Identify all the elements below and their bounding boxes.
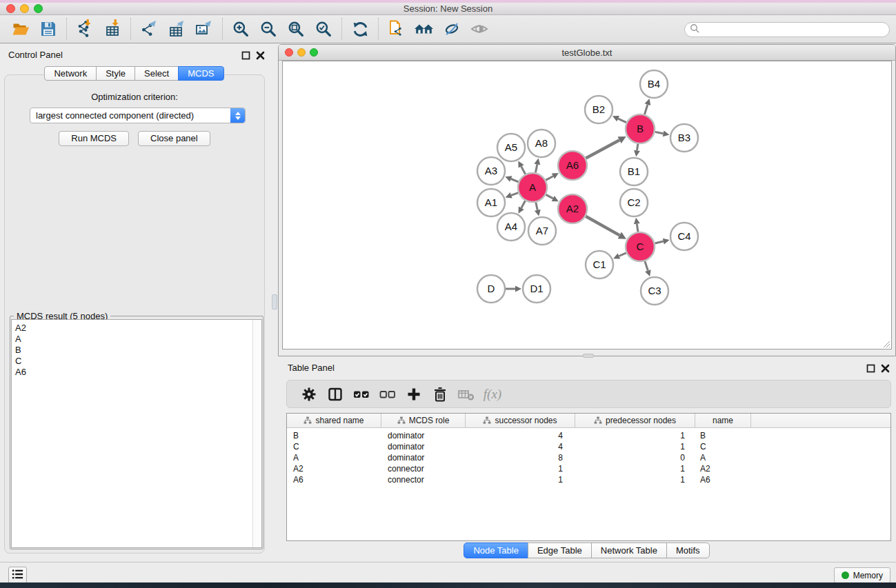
deselect-all-icon[interactable]: [375, 384, 401, 405]
select-all-icon[interactable]: [348, 384, 375, 405]
memory-button[interactable]: Memory: [834, 567, 890, 583]
task-history-button[interactable]: [8, 567, 27, 584]
criterion-select[interactable]: largest connected component (directed): [30, 108, 246, 123]
graph-node-A2[interactable]: A2: [558, 194, 587, 223]
tab-edge-table[interactable]: Edge Table: [528, 543, 592, 558]
graph-edge-A-A7[interactable]: [535, 202, 541, 216]
table-cell-name[interactable]: B: [695, 431, 751, 440]
tab-motifs[interactable]: Motifs: [666, 543, 710, 558]
graph-node-C2[interactable]: C2: [620, 189, 648, 216]
delete-row-icon[interactable]: [427, 384, 453, 405]
graph-node-C3[interactable]: C3: [641, 277, 668, 305]
tab-mcds[interactable]: MCDS: [178, 66, 223, 81]
delete-table-icon[interactable]: [453, 384, 479, 405]
graph-edge-B-B3[interactable]: [655, 130, 670, 136]
vertical-splitter-handle[interactable]: [272, 294, 277, 310]
table-cell-shared_name[interactable]: A6: [287, 475, 381, 485]
close-panel-button[interactable]: Close panel: [138, 131, 210, 146]
show-columns-icon[interactable]: [322, 384, 348, 405]
zoom-fit-icon[interactable]: [284, 18, 308, 40]
tab-style[interactable]: Style: [96, 66, 135, 81]
table-cell-predecessor_nodes[interactable]: 1: [575, 442, 695, 452]
horizontal-splitter-handle[interactable]: [583, 354, 594, 358]
network-graph[interactable]: B4B2BB3A8A5A6A3B1AA1C2A2A4A7C4CC1C3DD1: [283, 61, 891, 349]
graph-node-A8[interactable]: A8: [528, 130, 555, 157]
result-list-item[interactable]: A2: [12, 323, 261, 334]
table-cell-successor_nodes[interactable]: 8: [466, 453, 575, 463]
table-cell-shared_name[interactable]: A: [287, 453, 381, 463]
graph-node-A[interactable]: A: [518, 173, 547, 202]
graph-edge-A-A5[interactable]: [518, 161, 525, 174]
result-scrollbar[interactable]: [252, 320, 261, 547]
column-header-successor-nodes[interactable]: successor nodes: [466, 414, 575, 427]
column-header-predecessor-nodes[interactable]: predecessor nodes: [575, 414, 695, 427]
table-row[interactable]: A2connector11A2: [287, 463, 890, 474]
table-cell-mcds_role[interactable]: dominator: [381, 431, 466, 440]
select-stepper-icon[interactable]: [230, 108, 245, 123]
graph-node-A3[interactable]: A3: [477, 157, 505, 185]
result-list-item[interactable]: A6: [12, 367, 261, 378]
graph-edge-B-B1[interactable]: [634, 144, 640, 156]
tab-node-table[interactable]: Node Table: [464, 543, 528, 558]
table-cell-shared_name[interactable]: B: [287, 431, 381, 440]
table-row[interactable]: Cdominator41C: [287, 441, 890, 452]
result-list-item[interactable]: A: [12, 334, 261, 345]
show-hide-details-icon[interactable]: [440, 18, 464, 40]
table-cell-mcds_role[interactable]: dominator: [381, 442, 466, 452]
table-cell-name[interactable]: A: [695, 453, 751, 463]
close-table-panel-icon[interactable]: [881, 363, 890, 376]
table-cell-shared_name[interactable]: C: [287, 442, 381, 452]
table-cell-shared_name[interactable]: A2: [287, 464, 381, 474]
open-session-icon[interactable]: [9, 18, 32, 40]
close-panel-icon[interactable]: [256, 50, 265, 63]
graph-edge-A2-C[interactable]: [586, 216, 626, 239]
graph-node-A6[interactable]: A6: [558, 151, 587, 180]
graph-node-B4[interactable]: B4: [640, 70, 668, 98]
search-input[interactable]: [684, 22, 890, 37]
home-icon[interactable]: [412, 18, 436, 40]
refresh-icon[interactable]: [348, 18, 372, 40]
graph-node-D1[interactable]: D1: [523, 275, 550, 303]
table-cell-mcds_role[interactable]: connector: [381, 475, 466, 485]
result-list-item[interactable]: C: [12, 356, 261, 367]
function-builder-icon[interactable]: f(x): [479, 384, 506, 405]
mcds-result-list[interactable]: A2ABCA6: [11, 319, 262, 548]
graph-edge-A-A8[interactable]: [534, 159, 540, 173]
zoom-out-icon[interactable]: [257, 18, 280, 40]
tab-select[interactable]: Select: [135, 66, 179, 81]
graph-node-B3[interactable]: B3: [670, 124, 698, 152]
graph-node-C[interactable]: C: [626, 232, 655, 261]
graph-node-A5[interactable]: A5: [497, 134, 525, 161]
tab-network[interactable]: Network: [44, 66, 97, 81]
zoom-in-icon[interactable]: [229, 18, 252, 40]
graph-node-C1[interactable]: C1: [586, 251, 613, 278]
graph-node-B2[interactable]: B2: [585, 96, 613, 123]
float-panel-icon[interactable]: [241, 50, 250, 63]
network-canvas[interactable]: B4B2BB3A8A5A6A3B1AA1C2A2A4A7C4CC1C3DD1: [282, 61, 892, 349]
preview-eye-icon[interactable]: [468, 18, 491, 40]
column-header-name[interactable]: name: [695, 414, 751, 427]
float-table-panel-icon[interactable]: [866, 363, 875, 376]
run-mcds-button[interactable]: Run MCDS: [59, 131, 129, 146]
table-cell-mcds_role[interactable]: dominator: [381, 453, 466, 463]
graph-edge-C-C1[interactable]: [613, 253, 626, 259]
graph-edge-A-A1[interactable]: [506, 192, 519, 198]
table-row[interactable]: Adominator80A: [287, 452, 890, 463]
table-cell-predecessor_nodes[interactable]: 1: [575, 431, 695, 440]
graph-edge-B-B4[interactable]: [644, 99, 650, 114]
zoom-selected-icon[interactable]: [312, 18, 335, 40]
graph-node-B[interactable]: B: [626, 114, 655, 143]
result-list-item[interactable]: B: [12, 345, 261, 356]
table-cell-predecessor_nodes[interactable]: 1: [575, 475, 695, 485]
graph-edge-A-A4[interactable]: [519, 201, 526, 213]
settings-icon[interactable]: [296, 384, 322, 405]
column-header-mcds-role[interactable]: MCDS role: [381, 414, 466, 427]
graph-node-B1[interactable]: B1: [620, 158, 648, 185]
import-network-icon[interactable]: [73, 18, 97, 40]
graph-edge-C-C4[interactable]: [655, 239, 669, 245]
table-cell-name[interactable]: A6: [695, 475, 751, 485]
table-cell-name[interactable]: A2: [695, 464, 751, 474]
export-image-icon[interactable]: [192, 18, 216, 40]
save-session-icon[interactable]: [37, 18, 60, 40]
table-cell-successor_nodes[interactable]: 4: [466, 431, 575, 440]
